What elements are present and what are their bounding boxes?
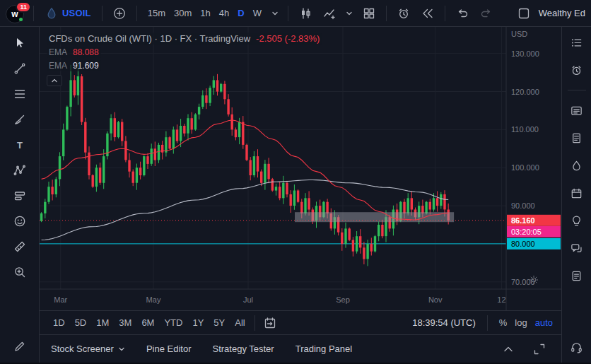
layout-name[interactable]: Wealthy Ed [539,8,585,18]
oil-droplet-icon [45,6,59,20]
hotlists-button[interactable] [566,155,587,175]
interval-button[interactable]: 15m [144,5,170,21]
help-headset-icon [570,341,583,354]
save-layout-button[interactable] [513,4,534,23]
text-tool-button[interactable]: T [8,134,31,155]
range-button[interactable]: All [230,315,250,330]
countdown-value: 03:20:05 [511,228,542,236]
ema-fast-label: EMA [49,47,67,57]
zoom-in-icon [13,265,27,279]
layout-grid-icon [362,6,376,20]
news-button[interactable] [566,100,587,120]
alerts-button[interactable] [566,60,587,80]
chevron-up-icon [51,77,58,84]
panel-controls [498,339,550,359]
go-to-date-button[interactable] [259,313,281,333]
range-button[interactable]: 5D [70,315,92,330]
log-scale-button[interactable]: log [515,317,527,328]
symbol-legend-row: CFDs on Crude Oil (WTI) · 1D · FX · Trad… [47,33,322,45]
undo-button[interactable] [452,4,473,23]
x-axis-label: Jul [243,295,253,304]
help-button[interactable] [566,337,587,357]
percent-scale-button[interactable]: % [499,317,508,328]
measure-icon [13,240,27,254]
chart-style-button[interactable] [295,4,316,23]
zoom-in-tool-button[interactable] [8,262,31,283]
range-button[interactable]: 1M [91,315,114,330]
separator [288,6,288,21]
panel-collapse-button[interactable] [498,339,519,359]
brush-icon [13,112,27,127]
range-button[interactable]: 1Y [187,315,209,330]
range-button[interactable]: 3M [114,315,136,330]
range-button[interactable]: YTD [159,315,187,330]
panel-expand-button[interactable] [529,339,550,359]
x-axis-label: 12 [497,295,505,304]
chat-icon [570,242,583,255]
fib-retracement-tool-button[interactable] [8,83,31,105]
tab-strategy-tester[interactable]: Strategy Tester [212,344,274,354]
redo-button[interactable] [476,4,497,23]
legend-collapse-button[interactable] [47,75,62,86]
notes-button[interactable] [566,266,587,286]
x-axis-label: Sep [336,295,350,304]
tab-pine-editor[interactable]: Pine Editor [146,344,192,354]
broker-logo[interactable]: w 11 [6,3,27,24]
symbol-name: USOIL [62,8,91,18]
edit-drawings-button[interactable] [8,336,31,357]
forecast-tool-button[interactable] [8,185,31,206]
range-button[interactable]: 6M [136,315,159,330]
alerts-clock-icon [570,64,583,77]
clock[interactable]: 18:39:54 (UTC) [412,317,476,328]
bar-replay-icon [421,6,435,20]
indicators-button[interactable] [319,4,340,23]
range-button[interactable]: 1D [48,315,70,330]
calendar-button[interactable] [566,183,587,203]
measure-tool-button[interactable] [8,236,31,257]
topbar-right-group: Wealthy Ed [513,4,585,23]
emoji-tool-button[interactable] [8,211,31,232]
currency-label: USD [511,30,527,38]
data-window-button[interactable] [566,128,587,148]
logo-accent-dot [19,18,23,21]
ema-slow-legend-row[interactable]: EMA 91.609 [47,60,101,71]
cursor-tool-button[interactable] [8,33,31,54]
interval-button[interactable]: 30m [170,5,196,21]
go-to-date-icon [263,316,277,330]
watchlist-icon [570,36,583,49]
fib-retracement-icon [13,87,27,101]
chat-button[interactable] [566,238,587,258]
interval-menu-button[interactable] [269,4,281,23]
auto-scale-button[interactable]: auto [535,317,553,328]
save-layout-icon [517,6,531,20]
symbol-button[interactable]: USOIL [40,4,95,23]
chart-pane: 130.000120.000110.000100.00090.00080.000… [40,27,561,310]
ideas-button[interactable] [566,211,587,230]
trend-line-tool-button[interactable] [8,58,31,79]
interval-button[interactable]: 1h [196,5,214,21]
tab-trading-panel[interactable]: Trading Panel [296,344,352,354]
watchlist-button[interactable] [566,33,587,52]
forecast-icon [13,189,27,203]
interval-button[interactable]: 4h [215,5,233,21]
redo-icon [479,6,493,20]
interval-button[interactable]: W [249,5,266,21]
range-button[interactable]: 5Y [209,315,230,330]
indicators-menu-button[interactable] [343,4,356,23]
ema-fast-legend-row[interactable]: EMA 88.088 [47,47,101,58]
interval-button[interactable]: D [233,5,248,21]
x-axis-label: Mar [54,295,67,304]
symbol-title[interactable]: CFDs on Crude Oil (WTI) · 1D · FX · Trad… [49,33,250,44]
alert-button[interactable] [393,4,414,23]
tab-strategy-tester-label: Strategy Tester [212,344,274,354]
alert-clock-icon [397,6,411,20]
compare-add-button[interactable] [109,4,130,23]
layout-grid-button[interactable] [358,4,380,23]
bar-replay-button[interactable] [417,4,438,23]
brush-tool-button[interactable] [8,109,31,130]
xabcd-pattern-tool-button[interactable] [8,160,31,181]
range-group: 1D5D1M3M6MYTD1Y5YAll [48,315,250,330]
pencil-icon [13,339,27,353]
tab-stock-screener[interactable]: Stock Screener [51,344,125,354]
calendar-icon [570,187,583,200]
